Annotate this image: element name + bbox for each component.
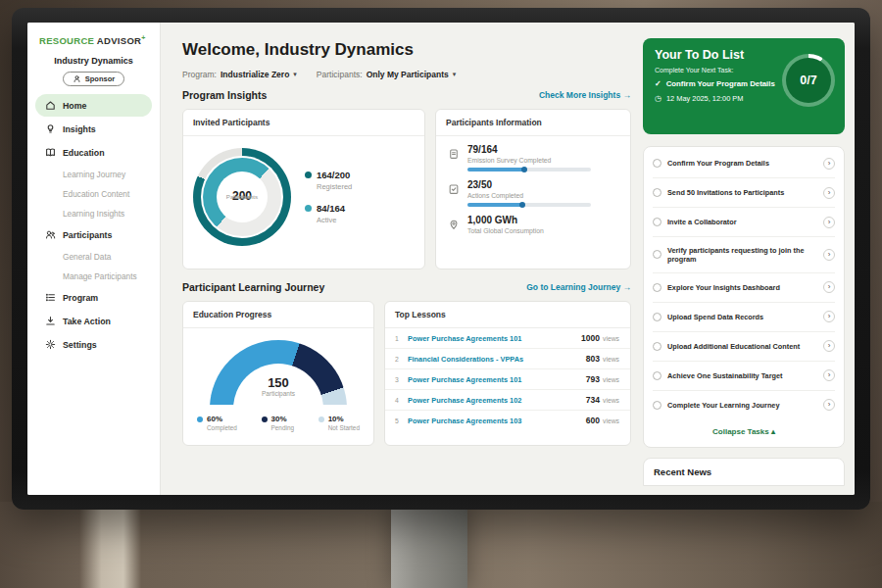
sidebar-item-settings[interactable]: Settings [35,333,152,356]
lesson-link[interactable]: Power Purchase Agreements 103 [408,416,586,425]
lesson-link[interactable]: Power Purchase Agreements 102 [408,396,586,405]
sidebar-item-label: Settings [63,340,97,350]
go-to-learning-link[interactable]: Go to Learning Journey → [526,282,631,292]
chevron-right-icon[interactable]: › [823,187,835,199]
action-download-icon [45,316,56,326]
sidebar-item-label: Learning Journey [63,170,125,179]
chevron-right-icon[interactable]: › [823,281,835,293]
app-logo: RESOURCE ADVISOR+ [27,23,160,48]
task-label: Verify participants requesting to join t… [667,246,817,265]
task-checkbox[interactable] [653,342,662,351]
learning-journey-header: Participant Learning Journey Go to Learn… [182,281,631,293]
chevron-right-icon[interactable]: › [823,311,835,322]
lesson-views-label: views [603,417,620,424]
check-more-insights-link[interactable]: Check More Insights → [539,90,631,100]
sidebar: RESOURCE ADVISOR+ Industry Dynamics Spon… [27,23,161,495]
org-name: Industry Dynamics [27,56,160,66]
chevron-right-icon[interactable]: › [823,217,835,228]
collapse-tasks-link[interactable]: Collapse Tasks ▴ [653,419,835,445]
completed-label: Completed [207,424,237,431]
task-row[interactable]: Confirm Your Program Details › [653,149,835,178]
task-row[interactable]: Upload Additional Educational Content › [653,332,835,362]
chevron-right-icon[interactable]: › [823,158,835,170]
chevron-right-icon[interactable]: › [823,340,835,352]
lesson-row[interactable]: 1 Power Purchase Agreements 101 1000 vie… [385,328,630,349]
task-row[interactable]: Complete Your Learning Journey › [653,391,835,419]
task-row[interactable]: Upload Spend Data Records › [653,303,835,332]
chevron-right-icon[interactable]: › [823,249,835,261]
sidebar-item-general-data[interactable]: General Data [35,247,152,266]
lesson-rank: 1 [395,335,408,342]
legend-dot-completed [197,416,203,422]
lesson-rank: 3 [395,376,408,383]
participants-dropdown[interactable]: Participants: Only My Participants ▾ [317,70,456,79]
sidebar-item-manage-participants[interactable]: Manage Participants [35,267,152,285]
legend-item-not-started: 10% Not Started [318,415,360,431]
task-checkbox[interactable] [653,188,662,197]
info-row-consumption: 1,000 GWh Total Global Consumption [436,207,630,238]
not-started-label: Not Started [328,424,360,431]
task-checkbox[interactable] [653,250,662,259]
logo-secondary: ADVISOR [97,35,141,46]
chevron-right-icon[interactable]: › [823,399,835,411]
lesson-row[interactable]: 2 Financial Considerations - VPPAs 803 v… [385,349,630,369]
chevron-right-icon[interactable]: › [823,369,835,381]
task-row[interactable]: Achieve One Sustainability Target › [653,362,835,391]
sponsor-badge[interactable]: Sponsor [63,72,124,86]
survey-progress-bar [467,168,591,172]
sponsor-badge-label: Sponsor [85,74,115,83]
task-row[interactable]: Invite a Collaborator › [653,208,835,237]
task-row[interactable]: Explore Your Insights Dashboard › [653,273,835,303]
clipboard-icon [448,146,460,158]
lesson-row[interactable]: 5 Power Purchase Agreements 103 600 view… [385,411,630,430]
program-dropdown[interactable]: Program: Industrialize Zero ▾ [182,70,297,79]
lesson-link[interactable]: Power Purchase Agreements 101 [408,375,586,384]
sidebar-item-education-content[interactable]: Education Content [35,184,152,203]
sidebar-item-learning-insights[interactable]: Learning Insights [35,204,152,222]
lesson-row[interactable]: 4 Power Purchase Agreements 102 734 view… [385,390,630,411]
sidebar-item-take-action[interactable]: Take Action [35,310,152,332]
task-checkbox[interactable] [653,159,662,168]
invited-donut-center: 200 Participants Invited [217,172,268,222]
lesson-views: 793 [586,374,600,384]
filters-row: Program: Industrialize Zero ▾ Participan… [182,70,631,79]
education-gauge-chart: 150 Participants [210,340,347,405]
legend-item-completed: 60% Completed [197,415,237,431]
participants-information-card: Participants Information 79/164 Emission… [435,109,631,270]
sidebar-item-participants[interactable]: Participants [35,223,152,246]
consumption-value: 1,000 GWh [467,215,544,225]
todo-panel: Your To Do List Complete Your Next Task:… [643,23,855,495]
todo-next-due: ◷ 12 May 2025, 12:00 PM [655,94,784,103]
lesson-views: 803 [586,354,600,364]
location-pin-icon [448,217,460,228]
task-checkbox[interactable] [653,283,662,292]
invited-participants-card: Invited Participants 200 Participants [182,109,425,270]
task-checkbox[interactable] [653,313,662,321]
sidebar-nav: Home Insights Education Learning Journey [27,94,160,356]
task-label: Send 50 Invitations to Participants [667,188,817,197]
pending-label: Pending [271,424,294,431]
gear-icon [45,339,56,350]
task-row[interactable]: Verify participants requesting to join t… [653,237,835,273]
survey-value: 79/164 [467,144,591,155]
lesson-link[interactable]: Financial Considerations - VPPAs [408,355,586,364]
participants-dropdown-value: Only My Participants [367,70,449,79]
lessons-card-title: Top Lessons [385,302,630,328]
task-label: Invite a Collaborator [667,218,817,226]
sidebar-item-program[interactable]: Program [35,286,152,309]
sidebar-item-label: Insights [63,124,96,134]
sidebar-item-home[interactable]: Home [35,94,152,117]
sidebar-item-insights[interactable]: Insights [35,118,152,140]
task-checkbox[interactable] [653,401,662,410]
task-checkbox[interactable] [653,371,662,380]
lesson-link[interactable]: Power Purchase Agreements 101 [408,334,581,343]
todo-next-task: ✓ Confirm Your Program Details [655,79,784,88]
lesson-views: 1000 [581,333,600,343]
task-checkbox[interactable] [653,218,662,226]
sidebar-item-education[interactable]: Education [35,141,152,164]
sidebar-item-learning-journey[interactable]: Learning Journey [35,165,152,183]
program-dropdown-label: Program: [182,70,217,79]
lesson-row[interactable]: 3 Power Purchase Agreements 101 793 view… [385,369,630,390]
task-label: Upload Additional Educational Content [667,342,817,351]
task-row[interactable]: Send 50 Invitations to Participants › [653,178,835,208]
